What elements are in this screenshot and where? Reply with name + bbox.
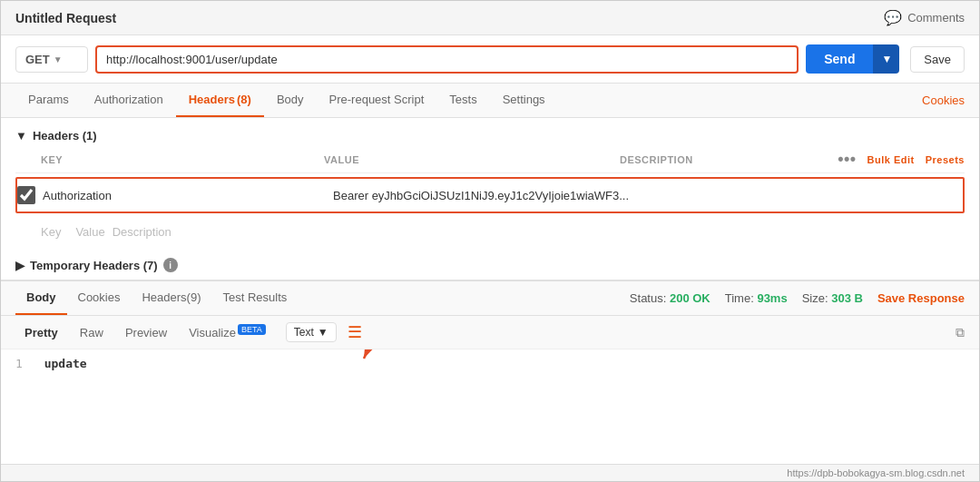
desc-placeholder[interactable]: Description	[105, 225, 965, 239]
content-tab-preview[interactable]: Preview	[116, 322, 176, 343]
status-url: https://dpb-bobokagya-sm.blog.csdn.net	[787, 467, 965, 478]
header-row-bordered: Authorization Bearer eyJhbGciOiJSUzI1NiJ…	[15, 177, 965, 213]
col-key-label: KEY	[15, 154, 324, 165]
temp-headers-title[interactable]: ▶ Temporary Headers (7) i	[15, 258, 965, 272]
response-body: 1 update	[1, 349, 979, 464]
key-placeholder[interactable]: Key	[15, 220, 61, 244]
bulk-edit-button[interactable]: Bulk Edit	[867, 154, 915, 165]
col-desc-label: DESCRIPTION	[620, 154, 801, 165]
size-label: Size: 303 B	[802, 291, 863, 305]
header-row-checkbox[interactable]	[17, 186, 35, 204]
send-btn-group: Send ▼	[806, 44, 899, 74]
title-bar-right: 💬 Comments	[884, 9, 965, 26]
tab-headers[interactable]: Headers(8)	[176, 84, 264, 117]
tab-settings[interactable]: Settings	[490, 84, 558, 117]
line-number-1: 1	[15, 357, 23, 370]
time-label: Time: 93ms	[725, 291, 788, 305]
headers-section-label: Headers (1)	[33, 129, 97, 143]
format-arrow-icon: ▼	[318, 326, 328, 339]
tab-params[interactable]: Params	[15, 84, 82, 117]
format-select[interactable]: Text ▼	[286, 322, 337, 342]
time-value: 93ms	[757, 291, 787, 305]
headers-column-headers: KEY VALUE DESCRIPTION ••• Bulk Edit Pres…	[15, 146, 965, 173]
status-bar: https://dpb-bobokagya-sm.blog.csdn.net	[1, 464, 979, 481]
cookies-link[interactable]: Cookies	[922, 93, 965, 107]
headers-section-title[interactable]: ▼ Headers (1)	[15, 125, 965, 146]
content-tab-raw[interactable]: Raw	[71, 322, 113, 343]
response-line-1: 1 update	[15, 357, 965, 370]
resp-tab-headers[interactable]: Headers(9)	[131, 281, 211, 315]
header-value-cell[interactable]: Bearer eyJhbGciOiJSUzI1NiJ9.eyJ1c2VyIjoi…	[333, 189, 781, 202]
resp-tab-test-results[interactable]: Test Results	[212, 281, 299, 315]
send-button[interactable]: Send	[806, 44, 873, 74]
col-value-label: VALUE	[324, 154, 620, 165]
resp-tab-cookies[interactable]: Cookies	[67, 281, 132, 315]
content-tab-pretty[interactable]: Pretty	[15, 322, 67, 343]
comment-icon: 💬	[884, 9, 902, 26]
temp-headers-section: ▶ Temporary Headers (7) i	[1, 254, 979, 280]
comments-label[interactable]: Comments	[907, 11, 965, 25]
header-key-cell[interactable]: Authorization	[43, 189, 333, 202]
status-label: Status: 200 OK	[630, 291, 710, 305]
save-button[interactable]: Save	[910, 46, 965, 73]
window-title: Untitled Request	[15, 11, 116, 25]
empty-header-row: Key Value Description	[15, 217, 965, 247]
temp-headers-arrow: ▶	[15, 259, 24, 272]
tab-body[interactable]: Body	[264, 84, 317, 117]
content-tab-visualize[interactable]: VisualizeBETA	[180, 321, 275, 343]
tab-tests[interactable]: Tests	[436, 84, 489, 117]
headers-section: ▼ Headers (1) KEY VALUE DESCRIPTION ••• …	[1, 118, 979, 254]
wrap-icon[interactable]: ☰	[348, 322, 362, 342]
presets-button[interactable]: Presets	[926, 154, 965, 165]
app-window: Untitled Request 💬 Comments GET ▼ Send ▼…	[0, 0, 980, 482]
resp-tab-body[interactable]: Body	[15, 281, 67, 315]
save-response-button[interactable]: Save Response	[877, 291, 965, 305]
table-row: Authorization Bearer eyJhbGciOiJSUzI1NiJ…	[17, 179, 963, 211]
response-tabs-bar: Body Cookies Headers(9) Test Results Sta…	[1, 280, 979, 316]
method-arrow-icon: ▼	[54, 54, 63, 64]
table-actions: ••• Bulk Edit Presets	[801, 150, 965, 169]
more-options-button[interactable]: •••	[838, 150, 856, 169]
headers-collapse-arrow: ▼	[15, 129, 27, 143]
copy-icon[interactable]: ⧉	[956, 325, 965, 340]
method-select[interactable]: GET ▼	[15, 46, 88, 73]
method-label: GET	[25, 53, 50, 66]
url-bar: GET ▼ Send ▼ Save	[1, 35, 979, 84]
response-content-tabs: Pretty Raw Preview VisualizeBETA Text ▼ …	[1, 316, 979, 349]
info-icon: i	[163, 258, 178, 272]
response-status: Status: 200 OK Time: 93ms Size: 303 B Sa…	[630, 291, 965, 305]
status-value: 200 OK	[670, 291, 710, 305]
url-input[interactable]	[95, 45, 799, 74]
request-tabs: Params Authorization Headers(8) Body Pre…	[1, 84, 979, 118]
temp-headers-label: Temporary Headers (7)	[30, 259, 158, 272]
response-code-1: update	[44, 357, 87, 370]
size-value: 303 B	[831, 291, 863, 305]
tab-authorization[interactable]: Authorization	[82, 84, 176, 117]
send-dropdown-button[interactable]: ▼	[873, 44, 899, 74]
beta-badge: BETA	[238, 324, 266, 335]
value-placeholder[interactable]: Value	[61, 220, 104, 244]
tab-pre-request-script[interactable]: Pre-request Script	[317, 84, 437, 117]
title-bar: Untitled Request 💬 Comments	[1, 1, 979, 35]
